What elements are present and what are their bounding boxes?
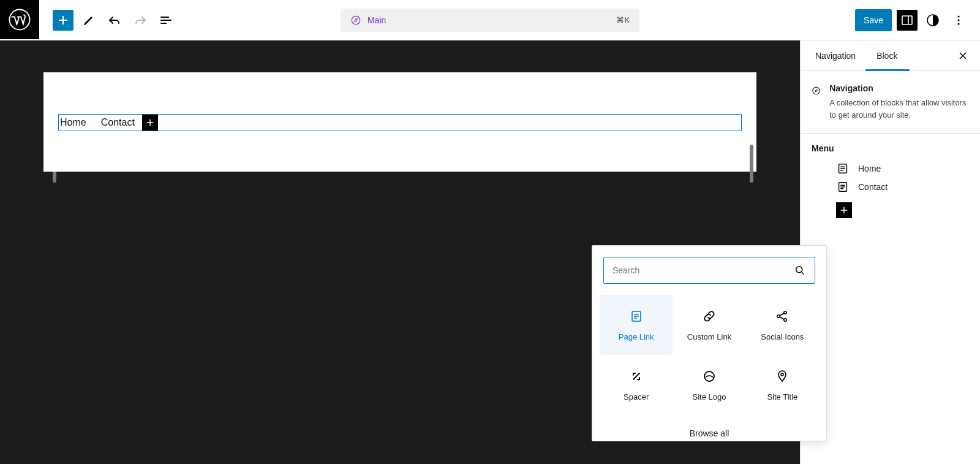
template-name: Main	[368, 15, 386, 25]
block-option-label: Spacer	[624, 392, 649, 401]
pin-icon	[775, 369, 790, 384]
compass-icon	[350, 15, 361, 26]
styles-toggle[interactable]	[922, 10, 943, 31]
svg-point-14	[784, 311, 786, 313]
resize-icon	[629, 369, 644, 384]
redo-button[interactable]	[130, 10, 151, 31]
keyboard-shortcut: ⌘K	[616, 15, 630, 25]
canvas-scroll-handle-right[interactable]	[750, 145, 753, 183]
svg-rect-2	[902, 16, 912, 25]
svg-point-16	[704, 371, 714, 381]
page-icon	[836, 180, 850, 194]
block-search-input-wrap[interactable]	[603, 257, 815, 284]
svg-point-7	[957, 23, 959, 25]
sidebar-tabs: Navigation Block	[801, 40, 980, 71]
tab-active-indicator	[865, 69, 910, 71]
svg-point-5	[957, 15, 959, 17]
menu-item-contact[interactable]: Contact	[836, 180, 969, 194]
toolbar-right-group: Save	[855, 9, 980, 31]
menu-items-list: Home Contact	[812, 162, 969, 194]
menu-add-button[interactable]	[836, 202, 852, 218]
svg-point-13	[777, 314, 780, 317]
menu-item-label: Contact	[858, 182, 888, 192]
block-option-social-icons[interactable]: Social Icons	[746, 295, 819, 355]
svg-point-1	[352, 16, 360, 25]
block-title: Navigation	[829, 83, 969, 93]
undo-icon	[107, 13, 122, 28]
close-sidebar-button[interactable]	[957, 50, 969, 62]
toolbar-left-group	[39, 10, 176, 31]
block-grid: Page LinkCustom LinkSocial IconsSpacerSi…	[592, 295, 826, 420]
search-icon	[794, 264, 806, 276]
wordpress-logo[interactable]	[0, 0, 39, 39]
plus-icon	[145, 117, 156, 128]
redo-icon	[133, 13, 148, 28]
menu-section: Menu Home Contact	[801, 134, 980, 228]
menu-item-home[interactable]: Home	[836, 162, 969, 175]
template-indicator: Main	[350, 15, 386, 26]
svg-point-6	[957, 19, 959, 21]
svg-point-17	[781, 373, 783, 376]
undo-button[interactable]	[104, 10, 125, 31]
block-inserter-popover: Page LinkCustom LinkSocial IconsSpacerSi…	[592, 245, 827, 441]
block-option-site-title[interactable]: Site Title	[746, 355, 819, 415]
block-option-label: Site Title	[767, 392, 797, 401]
circle-logo-icon	[702, 369, 717, 384]
plus-icon	[839, 205, 850, 216]
menu-item-label: Home	[858, 164, 881, 173]
share-icon	[775, 309, 790, 324]
menu-section-title: Menu	[812, 143, 969, 153]
svg-point-8	[813, 87, 820, 94]
page-icon	[629, 309, 644, 324]
block-option-spacer[interactable]: Spacer	[600, 355, 673, 415]
settings-sidebar: Navigation Block Navigation A collection…	[800, 40, 980, 464]
contrast-icon	[925, 13, 940, 28]
save-button[interactable]: Save	[855, 9, 892, 31]
navigation-block[interactable]: Home Contact	[58, 114, 742, 131]
block-option-label: Custom Link	[687, 332, 731, 341]
block-option-page-link[interactable]: Page Link	[600, 295, 673, 355]
block-info-panel: Navigation A collection of blocks that a…	[801, 71, 980, 134]
more-options-button[interactable]	[948, 10, 969, 31]
settings-sidebar-toggle[interactable]	[897, 10, 918, 31]
nav-add-item-button[interactable]	[142, 115, 158, 131]
link-icon	[702, 309, 717, 324]
tab-block[interactable]: Block	[873, 51, 901, 61]
tab-navigation[interactable]: Navigation	[812, 51, 859, 61]
add-block-button[interactable]	[53, 10, 74, 31]
block-search-input[interactable]	[612, 265, 794, 275]
block-option-site-logo[interactable]: Site Logo	[673, 355, 745, 415]
svg-point-0	[10, 9, 30, 29]
nav-link-home[interactable]: Home	[59, 117, 94, 128]
sidebar-right-icon	[900, 13, 914, 28]
svg-point-11	[796, 267, 802, 273]
svg-point-15	[784, 318, 786, 321]
list-view-button[interactable]	[156, 10, 176, 31]
template-preview[interactable]: Home Contact	[43, 72, 756, 172]
pencil-icon	[81, 13, 96, 28]
kebab-icon	[951, 13, 966, 28]
plus-icon	[56, 13, 70, 28]
block-option-label: Page Link	[619, 332, 654, 341]
command-bar[interactable]: Main ⌘K	[341, 9, 639, 32]
list-icon	[159, 13, 173, 28]
nav-link-contact[interactable]: Contact	[94, 117, 142, 128]
edit-tool-button[interactable]	[78, 10, 99, 31]
block-option-label: Social Icons	[761, 332, 804, 341]
close-icon	[957, 50, 969, 62]
block-option-custom-link[interactable]: Custom Link	[673, 295, 745, 355]
top-toolbar: Main ⌘K Save	[0, 0, 980, 40]
block-option-label: Site Logo	[693, 392, 726, 401]
page-icon	[836, 162, 850, 175]
workspace: Home Contact Navigation Block Navigation	[0, 40, 980, 464]
browse-all-link[interactable]: Browse all	[592, 420, 826, 441]
wordpress-icon	[9, 9, 31, 31]
block-description: A collection of blocks that allow visito…	[829, 97, 969, 121]
compass-icon	[812, 83, 821, 98]
